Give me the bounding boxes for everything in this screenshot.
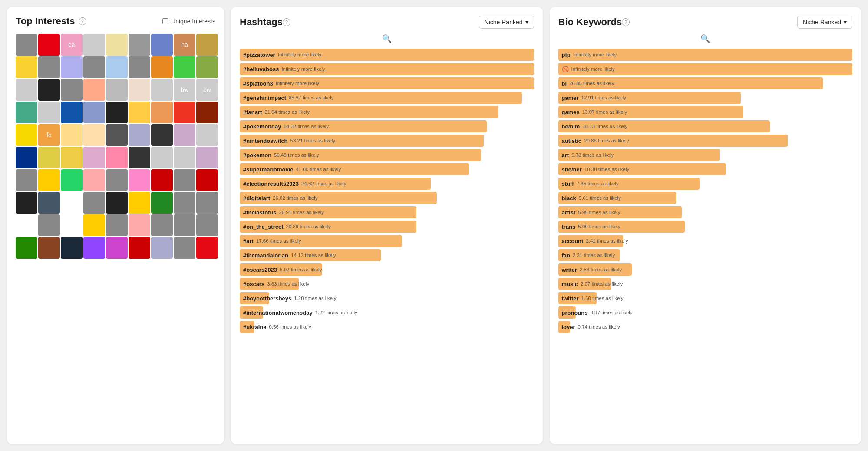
- hashtags-search-icon[interactable]: 🔍: [382, 34, 392, 43]
- bio-keywords-help-icon[interactable]: ?: [622, 18, 630, 26]
- interest-cell[interactable]: [129, 214, 150, 236]
- interest-cell[interactable]: [106, 34, 128, 56]
- bio-keyword-bar-item[interactable]: autistic20.86 times as likely: [558, 135, 853, 147]
- interest-cell[interactable]: [174, 214, 195, 236]
- bio-keyword-bar-item[interactable]: lover0.74 times as likely: [558, 321, 853, 333]
- interest-cell[interactable]: [196, 237, 218, 259]
- hashtag-bar-item[interactable]: #supermariomovie41.00 times as likely: [240, 163, 534, 175]
- bio-keyword-bar-item[interactable]: account2.41 times as likely: [558, 235, 853, 247]
- hashtag-bar-item[interactable]: #pizzatowerInfinitely more likely: [240, 49, 534, 61]
- hashtag-bar-item[interactable]: #oscars3.63 times as likely: [240, 278, 534, 290]
- interest-cell[interactable]: [196, 56, 218, 78]
- interest-cell[interactable]: [151, 56, 173, 78]
- interest-cell[interactable]: [83, 169, 105, 191]
- bio-keyword-bar-item[interactable]: games13.07 times as likely: [558, 106, 853, 118]
- hashtag-bar-item[interactable]: #oscars20235.92 times as likely: [240, 263, 534, 276]
- interest-cell[interactable]: [61, 147, 83, 168]
- interest-cell[interactable]: [61, 192, 83, 214]
- interest-cell[interactable]: [83, 124, 105, 146]
- bio-keyword-bar-item[interactable]: gamer12.91 times as likely: [558, 92, 853, 104]
- interest-cell[interactable]: [106, 56, 128, 78]
- interest-cell[interactable]: [129, 102, 150, 123]
- bio-keyword-bar-item[interactable]: pronouns0.97 times as likely: [558, 306, 853, 319]
- bio-keywords-search-icon[interactable]: 🔍: [700, 34, 710, 43]
- interest-cell[interactable]: [83, 214, 105, 236]
- interest-cell[interactable]: [196, 147, 218, 168]
- bio-keyword-bar-item[interactable]: writer2.83 times as likely: [558, 263, 853, 276]
- interest-cell[interactable]: [151, 147, 173, 168]
- hashtag-bar-item[interactable]: #ukraine0.56 times as likely: [240, 321, 534, 333]
- interest-cell[interactable]: [151, 169, 173, 191]
- hashtag-bar-item[interactable]: #on_the_street20.89 times as likely: [240, 221, 534, 233]
- interest-cell[interactable]: [196, 214, 218, 236]
- bio-keyword-bar-item[interactable]: trans5.99 times as likely: [558, 221, 853, 233]
- interest-cell[interactable]: [16, 214, 37, 236]
- bio-keyword-bar-item[interactable]: black5.61 times as likely: [558, 192, 853, 204]
- interest-cell[interactable]: [16, 79, 37, 101]
- interest-cell[interactable]: [174, 124, 195, 146]
- hashtag-bar-item[interactable]: #thelastofus20.91 times as likely: [240, 206, 534, 218]
- interest-cell[interactable]: [129, 34, 150, 56]
- interest-cell[interactable]: [151, 214, 173, 236]
- interest-cell[interactable]: [83, 102, 105, 123]
- interest-cell[interactable]: [174, 102, 195, 123]
- interest-cell[interactable]: [129, 237, 150, 259]
- bio-keyword-bar-item[interactable]: 🚫Infinitely more likely: [558, 63, 853, 75]
- hashtag-bar-item[interactable]: #fanart61.94 times as likely: [240, 106, 534, 118]
- interest-cell[interactable]: [16, 34, 37, 56]
- interest-cell[interactable]: [61, 79, 83, 101]
- interest-cell[interactable]: [129, 192, 150, 214]
- hashtag-bar-item[interactable]: #themandalorian14.13 times as likely: [240, 249, 534, 261]
- hashtag-bar-item[interactable]: #internationalwomensday1.22 times as lik…: [240, 306, 534, 319]
- interest-cell[interactable]: [151, 102, 173, 123]
- interest-cell[interactable]: [83, 192, 105, 214]
- interest-cell[interactable]: [16, 102, 37, 123]
- interest-cell[interactable]: [83, 34, 105, 56]
- interest-cell[interactable]: [61, 237, 83, 259]
- interest-cell[interactable]: [38, 79, 60, 101]
- bio-keyword-bar-item[interactable]: artist5.95 times as likely: [558, 206, 853, 218]
- interest-cell[interactable]: [16, 169, 37, 191]
- interest-cell[interactable]: [106, 169, 128, 191]
- hashtags-help-icon[interactable]: ?: [283, 18, 290, 26]
- interest-cell[interactable]: [16, 56, 37, 78]
- hashtag-bar-item[interactable]: #pokemon50.48 times as likely: [240, 149, 534, 161]
- bio-keyword-bar-item[interactable]: she/her10.38 times as likely: [558, 163, 853, 175]
- interest-cell[interactable]: [106, 237, 128, 259]
- bio-keyword-bar-item[interactable]: twitter1.50 times as likely: [558, 292, 853, 304]
- interest-cell[interactable]: [174, 237, 195, 259]
- interest-cell[interactable]: [151, 34, 173, 56]
- interest-cell[interactable]: [61, 102, 83, 123]
- interest-cell[interactable]: [16, 192, 37, 214]
- hashtags-dropdown[interactable]: Niche Ranked ▾: [479, 16, 534, 29]
- interest-cell[interactable]: [106, 124, 128, 146]
- bio-keyword-bar-item[interactable]: music2.07 times as likely: [558, 278, 853, 290]
- interest-cell[interactable]: [83, 237, 105, 259]
- bio-keyword-bar-item[interactable]: bi26.85 times as likely: [558, 77, 853, 89]
- interest-cell[interactable]: fo: [38, 124, 60, 146]
- bio-keyword-bar-item[interactable]: he/him18.13 times as likely: [558, 120, 853, 132]
- interest-cell[interactable]: [61, 214, 83, 236]
- interest-cell[interactable]: [106, 102, 128, 123]
- interest-cell[interactable]: [174, 56, 195, 78]
- interest-cell[interactable]: [61, 56, 83, 78]
- interest-cell[interactable]: [38, 147, 60, 168]
- interest-cell[interactable]: [106, 147, 128, 168]
- interest-cell[interactable]: [129, 56, 150, 78]
- interest-cell[interactable]: [106, 214, 128, 236]
- interest-cell[interactable]: bw: [196, 79, 218, 101]
- bio-keyword-bar-item[interactable]: pfpInfinitely more likely: [558, 49, 853, 61]
- interest-cell[interactable]: [38, 237, 60, 259]
- interest-cell[interactable]: bw: [174, 79, 195, 101]
- bio-keywords-dropdown[interactable]: Niche Ranked ▾: [797, 16, 852, 29]
- interest-cell[interactable]: [61, 124, 83, 146]
- hashtag-bar-item[interactable]: #splatoon3Infinitely more likely: [240, 77, 534, 89]
- hashtag-bar-item[interactable]: #electionresults202324.62 times as likel…: [240, 178, 534, 190]
- interest-cell[interactable]: ha: [174, 34, 195, 56]
- interest-cell[interactable]: [83, 56, 105, 78]
- interest-cell[interactable]: [38, 56, 60, 78]
- bio-keyword-bar-item[interactable]: fan2.31 times as likely: [558, 249, 853, 261]
- interest-cell[interactable]: [38, 214, 60, 236]
- hashtag-bar-item[interactable]: #nintendoswitch53.21 times as likely: [240, 135, 534, 147]
- interest-cell[interactable]: [151, 192, 173, 214]
